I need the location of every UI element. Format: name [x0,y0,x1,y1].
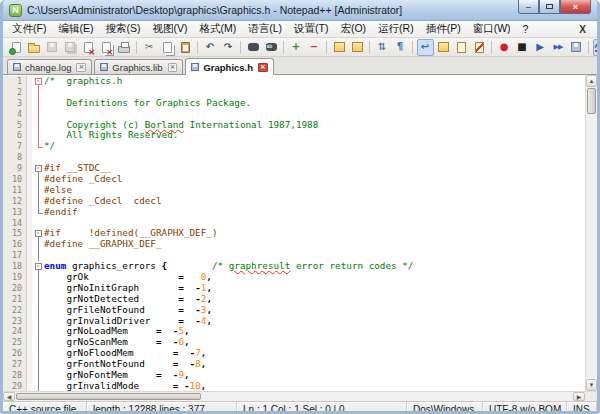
document-close-x[interactable]: X [571,24,594,35]
monitoring-icon[interactable] [471,39,488,56]
code-line[interactable]: 10#define _Cdecl [3,174,585,185]
tab-close-icon[interactable]: × [168,63,178,72]
line-number: 19 [3,272,27,283]
code-text: All Rights Reserved. [44,130,178,141]
fold-margin [32,98,44,109]
open-session-icon[interactable] [349,39,366,56]
macro-save-icon [571,42,581,52]
spell-check-abc-icon: ABC [595,43,600,52]
zoom-in-icon[interactable]: + [288,39,305,56]
macro-run-multiple-icon[interactable]: ▶▶ [550,39,567,56]
fold-line [38,305,39,316]
restore-recent-icon[interactable] [331,39,348,56]
paste-icon[interactable] [177,39,194,56]
macro-stop-icon[interactable]: ■ [514,39,531,56]
code-line[interactable]: 13#endif [3,207,585,218]
code-line[interactable]: 16#define __GRAPHX_DEF_ [3,239,585,250]
spell-check-abc-icon[interactable]: ABC [593,39,600,56]
maximize-button[interactable] [539,0,560,14]
macro-play-icon[interactable]: ▶ [532,39,549,56]
vertical-scrollbar[interactable]: ▲ ▼ [585,75,597,391]
code-line[interactable]: 1-/* graphics.h [3,76,585,87]
horizontal-scrollbar[interactable]: ◀ ▶ [3,391,597,401]
word-wrap-icon[interactable]: ↩ [417,39,434,56]
fold-margin[interactable]: - [32,163,44,174]
fold-collapse-icon[interactable]: - [35,230,42,237]
function-list-icon[interactable] [453,39,470,56]
save-icon[interactable] [44,39,61,56]
close-button[interactable]: × [560,0,591,14]
menu-item-0[interactable]: 文件(F) [6,21,52,37]
menu-item-1[interactable]: 编辑(E) [52,21,99,37]
menu-item-4[interactable]: 格式(M) [193,21,242,37]
menu-item-10[interactable]: 窗口(W) [467,21,517,37]
macro-save-icon[interactable] [568,39,585,56]
open-folder-icon [28,45,40,53]
vertical-scroll-thumb[interactable] [587,88,596,114]
doc-map-icon[interactable] [435,39,452,56]
show-all-chars-icon[interactable]: ¶ [392,39,409,56]
replace-icon[interactable] [263,39,280,56]
scroll-right-arrow[interactable]: ▶ [573,392,585,401]
minimize-button[interactable]: – [518,0,539,14]
word-wrap-icon: ↩ [421,42,429,52]
tab-close-icon[interactable]: × [76,63,86,72]
fold-collapse-icon[interactable]: - [35,263,42,270]
fold-collapse-icon[interactable]: - [35,165,42,172]
print-icon[interactable] [116,39,133,56]
menu-item-6[interactable]: 设置(T) [288,21,334,37]
horizontal-scroll-track[interactable] [15,392,573,401]
file-icon [191,63,199,71]
new-file-icon[interactable] [8,39,25,56]
fold-collapse-icon[interactable]: - [35,78,42,85]
fold-margin[interactable]: - [32,76,44,87]
copy-icon [163,42,172,53]
scroll-left-arrow[interactable]: ◀ [3,392,15,401]
code-line[interactable]: 7*/ [3,141,585,152]
code-view[interactable]: 1-/* graphics.h23 Definitions for Graphi… [3,75,585,391]
code-line[interactable]: 6 All Rights Reserved. [3,130,585,141]
menu-item-11[interactable]: ? [517,22,535,36]
line-number: 20 [3,283,27,294]
fold-margin[interactable]: - [32,261,44,272]
tab-graphics-lib[interactable]: Graphics.lib× [94,59,183,74]
zoom-out-icon[interactable]: − [306,39,323,56]
code-line[interactable]: 3 Definitions for Graphics Package. [3,98,585,109]
menu-item-5[interactable]: 语言(L) [242,21,288,37]
menu-item-7[interactable]: 宏(O) [334,21,372,37]
save-all-icon[interactable] [62,39,79,56]
close-all-icon[interactable] [98,39,115,56]
fold-margin [32,174,44,185]
cut-icon[interactable]: ✂ [141,39,158,56]
scrollbar-corner [585,392,597,401]
tab-close-icon[interactable]: × [258,63,268,72]
code-line[interactable]: 12#define _Cdecl cdecl [3,196,585,207]
tab-graphics-h[interactable]: Graphics.h× [185,58,274,75]
horizontal-scroll-thumb[interactable] [16,393,201,400]
window-title: C:\Users\Administrator\Desktop\graphics\… [27,4,402,16]
fold-margin[interactable]: - [32,228,44,239]
sync-scroll-icon[interactable]: ⇅ [374,39,391,56]
line-number: 15 [3,228,27,239]
function-list-icon [457,42,466,53]
close-file-icon[interactable] [80,39,97,56]
menu-item-8[interactable]: 运行(R) [372,21,420,37]
print-icon [118,46,130,53]
scroll-up-arrow[interactable]: ▲ [586,75,597,87]
menu-item-3[interactable]: 视图(V) [146,21,193,37]
redo-icon[interactable]: ↷ [220,39,237,56]
open-folder-icon[interactable] [26,39,43,56]
menu-bar: 文件(F)编辑(E)搜索(S)视图(V)格式(M)语言(L)设置(T)宏(O)运… [3,21,597,38]
vertical-scroll-track[interactable] [586,87,597,379]
scroll-down-arrow[interactable]: ▼ [586,379,597,391]
code-line[interactable]: 29 grInvalidMode = -10, [3,381,585,391]
menu-item-9[interactable]: 插件(P) [420,21,467,37]
copy-icon[interactable] [159,39,176,56]
maximize-icon [546,4,553,9]
undo-icon[interactable]: ↶ [202,39,219,56]
menu-item-2[interactable]: 搜索(S) [99,21,146,37]
line-number: 10 [3,174,27,185]
tab-change-log[interactable]: change.log× [7,59,92,74]
find-icon[interactable] [245,39,262,56]
macro-record-icon[interactable]: ● [496,39,513,56]
